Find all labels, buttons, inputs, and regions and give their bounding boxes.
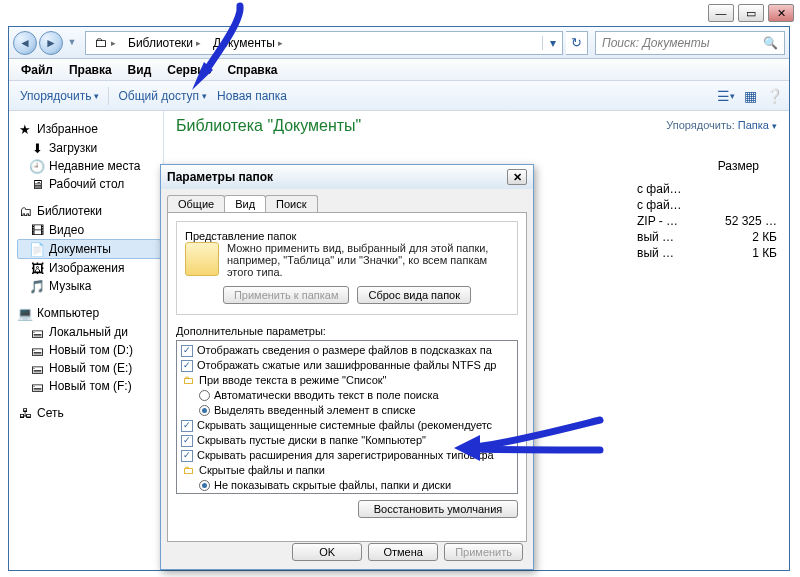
folder-views-group: Представление папок Можно применить вид,… xyxy=(176,221,518,315)
help-icon[interactable]: ❔ xyxy=(765,87,783,105)
sidebar-item-downloads[interactable]: ⬇Загрузки xyxy=(17,139,161,157)
nav-back-button[interactable]: ◄ xyxy=(13,31,37,55)
tree-option[interactable]: ✓Отображать сжатые или зашифрованные фай… xyxy=(181,358,515,373)
tree-option[interactable]: Не показывать скрытые файлы, папки и дис… xyxy=(181,478,515,493)
folder-icon xyxy=(185,242,219,276)
arrange-by-value[interactable]: Папка ▾ xyxy=(738,119,777,131)
menu-help[interactable]: Справка xyxy=(219,61,285,79)
dialog-title: Параметры папок xyxy=(167,170,273,184)
win-close-button[interactable]: ✕ xyxy=(768,4,794,22)
tree-option[interactable]: Показывать скрытые файлы, папки и диски xyxy=(181,493,515,494)
sidebar-item-documents[interactable]: 📄Документы xyxy=(17,239,161,259)
reset-folders-button[interactable]: Сброс вида папок xyxy=(357,286,471,304)
sidebar-item-drive-d[interactable]: 🖴Новый том (D:) xyxy=(17,341,161,359)
menu-file[interactable]: Файл xyxy=(13,61,61,79)
checkbox-icon[interactable]: ✓ xyxy=(181,345,193,357)
breadcrumb-root-icon[interactable]: 🗀▸ xyxy=(86,35,122,51)
tree-option[interactable]: ✓Отображать сведения о размере файлов в … xyxy=(181,343,515,358)
sidebar-network-header[interactable]: 🖧Сеть xyxy=(17,405,161,421)
tab-search[interactable]: Поиск xyxy=(265,195,317,212)
documents-icon: 📄 xyxy=(29,241,45,257)
view-mode-button[interactable]: ☰ ▾ xyxy=(717,87,735,105)
sidebar-item-video[interactable]: 🎞Видео xyxy=(17,221,161,239)
checkbox-icon[interactable]: ✓ xyxy=(181,420,193,432)
sidebar-item-music[interactable]: 🎵Музыка xyxy=(17,277,161,295)
tree-option-label: Скрывать пустые диски в папке "Компьютер… xyxy=(197,433,426,448)
desktop-icon: 🖥 xyxy=(29,176,45,192)
menu-tools[interactable]: Сервис xyxy=(159,61,219,79)
search-input[interactable]: Поиск: Документы 🔍 xyxy=(595,31,785,55)
tab-view[interactable]: Вид xyxy=(224,195,266,212)
cell-size xyxy=(707,198,777,212)
sidebar-item-pictures[interactable]: 🖼Изображения xyxy=(17,259,161,277)
checkbox-icon[interactable]: ✓ xyxy=(181,360,193,372)
star-icon: ★ xyxy=(17,121,33,137)
radio-icon[interactable] xyxy=(199,390,210,401)
column-size-header[interactable]: Размер xyxy=(718,159,759,173)
breadcrumb-libraries[interactable]: Библиотеки ▸ xyxy=(122,36,207,50)
tree-option-label: Скрывать расширения для зарегистрированн… xyxy=(197,448,494,463)
sidebar-item-drive-e[interactable]: 🖴Новый том (E:) xyxy=(17,359,161,377)
address-bar[interactable]: 🗀▸ Библиотеки ▸ Документы ▸ ▾ xyxy=(85,31,563,55)
nav-forward-button[interactable]: ► xyxy=(39,31,63,55)
nav-history-button[interactable]: ▼ xyxy=(65,31,79,53)
apply-button[interactable]: Применить xyxy=(444,543,523,561)
radio-icon[interactable] xyxy=(199,405,210,416)
preview-pane-button[interactable]: ▦ xyxy=(741,87,759,105)
cell-type: с фай… xyxy=(637,198,707,212)
sidebar-item-desktop[interactable]: 🖥Рабочий стол xyxy=(17,175,161,193)
cell-size: 52 325 … xyxy=(707,214,777,228)
nav-bar: ◄ ► ▼ 🗀▸ Библиотеки ▸ Документы ▸ ▾ ↻ По… xyxy=(9,27,789,59)
sidebar-item-recent[interactable]: 🕘Недавние места xyxy=(17,157,161,175)
refresh-button[interactable]: ↻ xyxy=(566,31,588,55)
drive-icon: 🖴 xyxy=(29,324,45,340)
address-dropdown-button[interactable]: ▾ xyxy=(542,36,562,50)
cancel-button[interactable]: Отмена xyxy=(368,543,438,561)
network-icon: 🖧 xyxy=(17,405,33,421)
cell-type: вый … xyxy=(637,230,707,244)
checkbox-icon[interactable]: ✓ xyxy=(181,450,193,462)
tree-option-label: Скрывать защищенные системные файлы (рек… xyxy=(197,418,492,433)
breadcrumb-documents[interactable]: Документы ▸ xyxy=(207,36,289,50)
tree-option[interactable]: ✓Скрывать расширения для зарегистрирован… xyxy=(181,448,515,463)
sidebar-computer-header[interactable]: 💻Компьютер xyxy=(17,305,161,321)
tree-option-label: Отображать сведения о размере файлов в п… xyxy=(197,343,492,358)
win-maximize-button[interactable]: ▭ xyxy=(738,4,764,22)
navigation-pane: ★Избранное ⬇Загрузки 🕘Недавние места 🖥Ра… xyxy=(9,111,164,570)
advanced-options-tree[interactable]: ✓Отображать сведения о размере файлов в … xyxy=(176,340,518,494)
tree-option-label: Не показывать скрытые файлы, папки и дис… xyxy=(214,478,451,493)
sidebar-item-drive-c[interactable]: 🖴Локальный ди xyxy=(17,323,161,341)
tree-option[interactable]: Автоматически вводить текст в поле поиск… xyxy=(181,388,515,403)
computer-icon: 💻 xyxy=(17,305,33,321)
radio-icon[interactable] xyxy=(199,480,210,491)
new-folder-button[interactable]: Новая папка xyxy=(212,87,292,105)
tab-general[interactable]: Общие xyxy=(167,195,225,212)
menu-edit[interactable]: Правка xyxy=(61,61,120,79)
cell-type: с фай… xyxy=(637,182,707,196)
tree-option[interactable]: ✓Скрывать защищенные системные файлы (ре… xyxy=(181,418,515,433)
tree-option[interactable]: Выделять введенный элемент в списке xyxy=(181,403,515,418)
organize-menu[interactable]: Упорядочить ▾ xyxy=(15,87,104,105)
sidebar-libraries-header[interactable]: 🗂Библиотеки xyxy=(17,203,161,219)
tree-option-label: Показывать скрытые файлы, папки и диски xyxy=(214,493,436,494)
video-icon: 🎞 xyxy=(29,222,45,238)
tab-panel: Представление папок Можно применить вид,… xyxy=(167,212,527,542)
menu-view[interactable]: Вид xyxy=(120,61,160,79)
dialog-close-button[interactable]: ✕ xyxy=(507,169,527,185)
win-minimize-button[interactable]: ― xyxy=(708,4,734,22)
sidebar-item-drive-f[interactable]: 🖴Новый том (F:) xyxy=(17,377,161,395)
tree-option[interactable]: ✓Скрывать пустые диски в папке "Компьюте… xyxy=(181,433,515,448)
menu-bar: Файл Правка Вид Сервис Справка xyxy=(9,59,789,81)
command-bar: Упорядочить ▾ Общий доступ ▾ Новая папка… xyxy=(9,81,789,111)
ok-button[interactable]: OK xyxy=(292,543,362,561)
dialog-title-bar[interactable]: Параметры папок ✕ xyxy=(161,165,533,189)
checkbox-icon[interactable]: ✓ xyxy=(181,435,193,447)
drive-icon: 🖴 xyxy=(29,360,45,376)
restore-defaults-button[interactable]: Восстановить умолчания xyxy=(358,500,518,518)
tree-option-label: Автоматически вводить текст в поле поиск… xyxy=(214,388,439,403)
sidebar-favorites-header[interactable]: ★Избранное xyxy=(17,121,161,137)
apply-to-folders-button[interactable]: Применить к папкам xyxy=(223,286,350,304)
share-menu[interactable]: Общий доступ ▾ xyxy=(113,87,212,105)
music-icon: 🎵 xyxy=(29,278,45,294)
cell-type: ZIP - … xyxy=(637,214,707,228)
